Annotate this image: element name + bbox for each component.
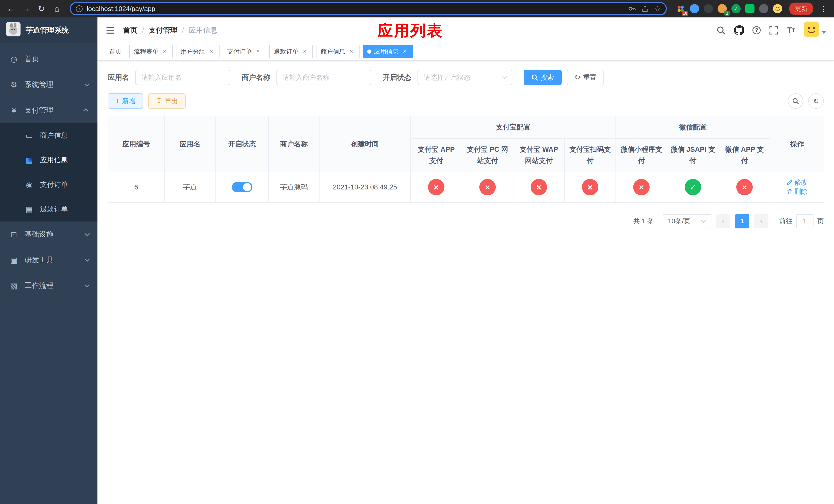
breadcrumb-item-home[interactable]: 首页: [123, 25, 137, 35]
tab-home[interactable]: 首页: [105, 45, 126, 58]
font-size-icon[interactable]: TT: [787, 26, 795, 35]
reload-button[interactable]: ↻: [35, 2, 48, 15]
extension-wechat-icon[interactable]: [745, 4, 754, 13]
close-icon[interactable]: ×: [161, 48, 168, 55]
share-icon[interactable]: [641, 5, 649, 12]
tab-user-group[interactable]: 用户分组 ×: [176, 45, 220, 58]
app-logo-row[interactable]: 芋道管理系统: [0, 18, 97, 43]
next-page-button[interactable]: ›: [754, 214, 768, 228]
extension-avatar-icon[interactable]: 1: [718, 4, 727, 13]
extension-pin-icon[interactable]: [759, 4, 768, 13]
toggle-search-button[interactable]: [788, 93, 803, 109]
tags-view-bar: 首页 流程表单 × 用户分组 × 支付订单 × 退款订单 ×: [97, 43, 834, 61]
extension-emoji-icon[interactable]: [773, 4, 782, 13]
status-cross-icon: ×: [531, 179, 547, 196]
refresh-table-button[interactable]: ↻: [808, 93, 824, 109]
tab-pay-order[interactable]: 支付订单 ×: [223, 45, 266, 58]
browser-update-button[interactable]: 更新: [789, 3, 813, 15]
status-cross-icon: ×: [633, 179, 650, 196]
chevron-down-icon: [701, 218, 706, 223]
close-icon[interactable]: ×: [301, 48, 308, 55]
sidebar-subitem-merchant[interactable]: ▭ 商户信息: [0, 123, 97, 148]
breadcrumb: 首页 / 支付管理 / 应用信息: [123, 25, 218, 35]
status-select[interactable]: 请选择开启状态: [418, 70, 512, 85]
monitor-icon: ⊡: [9, 230, 19, 239]
chevron-down-icon: [85, 81, 90, 86]
caret-down-icon: [822, 31, 826, 34]
credit-card-icon: ▭: [25, 131, 34, 140]
chevron-down-icon: [502, 74, 507, 79]
cell-actions: 修改 删除: [770, 172, 824, 203]
sidebar-subitem-app-info[interactable]: ▦ 应用信息: [0, 148, 97, 172]
export-button[interactable]: ↧ 导出: [148, 93, 185, 109]
cell-wechat-jsapi: ✓: [667, 172, 719, 203]
add-button[interactable]: + 新增: [108, 93, 143, 109]
extension-check-icon[interactable]: ✓: [731, 4, 741, 13]
search-button[interactable]: 搜索: [524, 70, 562, 85]
sidebar-item-infra[interactable]: ⊡ 基础设施: [0, 222, 97, 247]
col-created: 创建时间: [319, 116, 411, 172]
back-button[interactable]: ←: [4, 2, 18, 15]
search-button-label: 搜索: [541, 73, 554, 82]
user-menu[interactable]: [804, 22, 826, 39]
close-icon[interactable]: ×: [255, 48, 262, 55]
tab-app-info[interactable]: 应用信息 ×: [363, 45, 413, 58]
close-icon[interactable]: ×: [208, 48, 215, 55]
sidebar-item-payment[interactable]: ¥ 支付管理: [0, 97, 97, 123]
cell-alipay-qr: ×: [565, 172, 616, 203]
breadcrumb-item-payment[interactable]: 支付管理: [149, 25, 177, 35]
extension-grid-icon[interactable]: 10: [676, 4, 685, 13]
page-1-button[interactable]: 1: [735, 214, 749, 228]
close-icon[interactable]: ×: [401, 48, 408, 55]
prev-page-button[interactable]: ‹: [716, 214, 730, 228]
sidebar-item-label: 支付管理: [25, 105, 53, 115]
forward-button[interactable]: →: [20, 2, 33, 15]
delete-link[interactable]: 删除: [787, 187, 808, 196]
page-size-label: 10条/页: [668, 216, 690, 226]
table-row: 6 芋道 芋道源码 2021-10-23 08:49:25 × × × × ×: [108, 172, 824, 203]
merchant-name-input[interactable]: [277, 70, 371, 85]
extension-dark-icon[interactable]: [704, 4, 713, 13]
url-bar[interactable]: i localhost:1024/pay/app ☆: [70, 2, 667, 15]
sidebar-subitem-pay-order[interactable]: ◉ 支付订单: [0, 172, 97, 197]
tab-merchant-info[interactable]: 商户信息 ×: [316, 45, 359, 58]
password-key-icon[interactable]: [628, 5, 636, 13]
goto-label: 前往: [779, 216, 792, 226]
goto-page-input[interactable]: [796, 214, 813, 228]
enable-switch[interactable]: [232, 182, 253, 192]
bookmark-star-icon[interactable]: ☆: [654, 5, 661, 13]
fullscreen-icon[interactable]: [769, 26, 778, 35]
tab-label: 退款订单: [274, 47, 299, 55]
home-button[interactable]: ⌂: [50, 2, 64, 15]
export-button-label: 导出: [164, 97, 178, 106]
sidebar-item-home[interactable]: ◷ 首页: [0, 46, 97, 72]
search-icon[interactable]: [717, 26, 725, 35]
sidebar-subitem-refund-order[interactable]: ▤ 退款订单: [0, 197, 97, 222]
sidebar-item-label: 退款订单: [40, 205, 68, 214]
tab-refund-order[interactable]: 退款订单 ×: [269, 45, 313, 58]
tab-label: 流程表单: [134, 47, 158, 55]
site-info-icon[interactable]: i: [76, 5, 83, 12]
navbar-actions: ? TT: [717, 22, 826, 39]
breadcrumb-separator: /: [182, 26, 184, 35]
col-merchant: 商户名称: [268, 116, 319, 172]
sidebar-item-label: 支付订单: [40, 180, 68, 189]
cell-wechat-mini: ×: [616, 172, 667, 203]
app-name-input[interactable]: [135, 70, 230, 85]
help-icon[interactable]: ?: [752, 26, 761, 35]
sidebar-item-devtools[interactable]: ▣ 研发工具: [0, 247, 97, 273]
col-status: 开启状态: [216, 116, 268, 172]
reset-button[interactable]: ↻ 重置: [567, 70, 604, 85]
payment-submenu: ▭ 商户信息 ▦ 应用信息 ◉ 支付订单 ▤ 退款订单: [0, 123, 97, 222]
tab-process-form[interactable]: 流程表单 ×: [129, 45, 173, 58]
github-icon[interactable]: [734, 25, 744, 35]
sidebar-menu: ◷ 首页 ⚙ 系统管理 ¥ 支付管理 ▭ 商户信息: [0, 43, 97, 298]
sidebar-item-workflow[interactable]: ▧ 工作流程: [0, 273, 97, 298]
extension-drop-icon[interactable]: [690, 4, 699, 13]
edit-link[interactable]: 修改: [787, 178, 808, 187]
close-icon[interactable]: ×: [348, 48, 355, 55]
sidebar-item-system[interactable]: ⚙ 系统管理: [0, 72, 97, 97]
browser-menu-icon[interactable]: ⋮: [817, 4, 830, 13]
page-size-select[interactable]: 10条/页: [663, 214, 711, 228]
sidebar-toggle-button[interactable]: [106, 26, 115, 35]
